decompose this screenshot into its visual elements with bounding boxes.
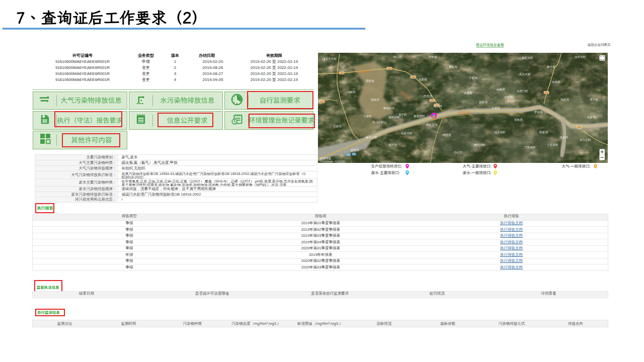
svg-text:G2211: G2211 (339, 72, 345, 74)
svg-text:王家峁村: 王家峁村 (547, 143, 558, 147)
svg-text:西造沟: 西造沟 (424, 95, 432, 98)
svg-text:浅水沟村: 浅水沟村 (494, 131, 506, 134)
svg-text:石家沟: 石家沟 (333, 125, 342, 128)
svg-text:郭家沟: 郭家沟 (539, 131, 548, 134)
svg-text:肉饭村: 肉饭村 (464, 92, 472, 95)
svg-text:田古村: 田古村 (443, 133, 451, 137)
svg-text:杨家沟村: 杨家沟村 (521, 56, 533, 60)
svg-text:石窑门村: 石窑门村 (517, 89, 528, 93)
svg-text:G2211: G2211 (430, 100, 435, 102)
svg-text:G2211: G2211 (577, 126, 582, 128)
svg-text:乌树村: 乌树村 (347, 90, 356, 94)
svg-text:G2211: G2211 (544, 92, 549, 94)
svg-text:梁家塔: 梁家塔 (366, 79, 374, 83)
svg-text:丹计文: 丹计文 (454, 151, 462, 154)
svg-text:©2020 Baidu - GS(2019): ©2020 Baidu - GS(2019) (320, 160, 345, 163)
svg-text:钱湾沟村: 钱湾沟村 (473, 143, 486, 147)
svg-text:四道泉沟: 四道泉沟 (426, 123, 437, 127)
svg-text:丁家沟: 丁家沟 (469, 76, 477, 80)
svg-text:长延高速: 长延高速 (458, 111, 470, 114)
svg-text:恒义村: 恒义村 (433, 105, 442, 108)
svg-text:麻生元村: 麻生元村 (366, 136, 377, 139)
svg-text:大面渠: 大面渠 (429, 55, 437, 58)
svg-text:榆树峁村: 榆树峁村 (388, 116, 400, 119)
svg-text:枣花沟: 枣花沟 (534, 111, 543, 114)
svg-text:里条沟: 里条沟 (514, 118, 523, 122)
svg-text:四文子沟村: 四文子沟村 (323, 57, 337, 61)
svg-text:张家沟: 张家沟 (479, 101, 488, 104)
svg-text:短草沟村: 短草沟村 (575, 55, 586, 59)
svg-text:傅子村: 傅子村 (590, 98, 598, 102)
svg-text:高家洼: 高家洼 (587, 116, 596, 119)
svg-text:王渠村: 王渠村 (363, 115, 372, 118)
svg-text:百度地图: 百度地图 (320, 157, 331, 160)
svg-text:紫善河村: 紫善河村 (414, 115, 425, 118)
svg-text:三鱼沟村: 三鱼沟村 (524, 146, 536, 149)
svg-text:宝山小村山: 宝山小村山 (372, 121, 386, 124)
svg-text:粉条村: 粉条村 (497, 88, 505, 92)
svg-text:麻地峁沟: 麻地峁沟 (383, 107, 394, 110)
svg-text:赵家沟: 赵家沟 (351, 148, 359, 152)
svg-text:高家沟村: 高家沟村 (401, 132, 413, 135)
svg-text:刘家沟: 刘家沟 (560, 98, 569, 102)
svg-text:G2211: G2211 (411, 76, 416, 78)
svg-text:大寺沟: 大寺沟 (504, 96, 513, 99)
svg-text:清水沟: 清水沟 (559, 136, 568, 139)
svg-text:刘山村: 刘山村 (393, 55, 402, 59)
svg-text:G2211: G2211 (387, 67, 392, 69)
svg-text:高兴庄村: 高兴庄村 (519, 73, 531, 76)
svg-text:保宁村: 保宁村 (398, 113, 407, 117)
svg-text:G2211: G2211 (319, 101, 325, 103)
svg-text:横子村: 横子村 (547, 65, 555, 69)
svg-text:贺家村: 贺家村 (419, 78, 427, 81)
svg-text:鱼河沟: 鱼河沟 (388, 143, 397, 147)
svg-text:计划道: 计划道 (492, 107, 500, 110)
svg-text:张渠沟: 张渠沟 (371, 98, 379, 102)
svg-text:东方红村: 东方红村 (580, 138, 591, 142)
svg-text:盖家沟: 盖家沟 (449, 65, 457, 69)
svg-text:前西沟: 前西沟 (551, 80, 560, 84)
